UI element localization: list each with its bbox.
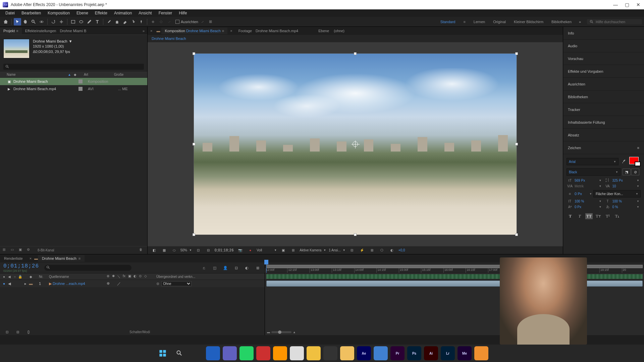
tab-footage[interactable]: Footage Drohne Miami Beach.mp4 [235, 27, 302, 34]
region-toggle-icon[interactable]: ⊟ [205, 247, 212, 254]
tab-composition[interactable]: Komposition Drohne Miami Beach ≡ [161, 27, 227, 34]
snapping-toggle[interactable]: Ausrichten [175, 20, 198, 24]
snap-grid-icon[interactable]: ⊞ [207, 18, 214, 25]
transform-handle[interactable] [354, 52, 357, 55]
vscale-value[interactable]: 100 % [575, 199, 598, 203]
switches-modes-label[interactable]: Schalter/Modi [129, 330, 150, 334]
transform-handle[interactable] [515, 233, 518, 236]
font-style-dropdown[interactable]: Black▼ [567, 168, 621, 176]
tracking-value[interactable]: 10 [612, 184, 636, 188]
project-item[interactable]: ▶Drohne Miami Beach.mp4AVI... ME [0, 85, 147, 93]
clone-tool[interactable] [113, 18, 121, 25]
panel-effekte-und-vorgaben[interactable]: Effekte und Vorgaben [563, 65, 644, 78]
brush-tool[interactable] [105, 18, 113, 25]
close-button[interactable]: ✕ [635, 2, 641, 8]
transform-handle[interactable] [515, 143, 518, 145]
workspace-kleiner bildschirm[interactable]: Kleiner Bildschirm [514, 20, 543, 24]
taskbar-app-red[interactable] [256, 346, 270, 360]
taskbar-windows-start[interactable] [156, 346, 170, 360]
zoom-in-icon[interactable]: ▲ [293, 330, 296, 334]
transform-handle[interactable] [193, 143, 195, 145]
taskbar-widgets[interactable] [206, 346, 220, 360]
baseline-value[interactable]: 0 Px [575, 205, 598, 209]
motion-blur-icon[interactable]: ◐ [243, 264, 251, 272]
timeline-timecode[interactable]: 0;01;18;26 [3, 263, 39, 269]
tab-render-queue[interactable]: Renderliste [0, 255, 27, 262]
project-list[interactable]: ▣Drohne Miami BeachKomposition▶Drohne Mi… [0, 78, 147, 246]
tab-layer[interactable]: Ebene (ohne) [315, 27, 348, 34]
transform-handle[interactable] [193, 52, 195, 55]
taskbar-after-effects[interactable]: Ae [357, 346, 371, 360]
pixel-aspect-icon[interactable]: ⊟ [348, 247, 356, 254]
shy-icon[interactable]: 👤 [222, 264, 229, 272]
exposure-reset-icon[interactable]: ◐ [388, 247, 396, 254]
stroke-color-swatch[interactable] [635, 162, 641, 166]
workspace-standard[interactable]: Standard [440, 20, 455, 24]
snap-options-icon[interactable]: ⟋ [199, 18, 206, 25]
label-column-icon[interactable]: ◆ [74, 73, 76, 76]
new-folder-icon[interactable]: ▭ [11, 248, 16, 253]
workspace-menu-icon[interactable]: ≡ [463, 20, 465, 24]
taskbar-search[interactable] [172, 346, 186, 360]
draft-3d-icon[interactable]: ◫ [211, 264, 218, 272]
timeline-sync-icon[interactable]: ⊞ [368, 247, 376, 254]
roi-icon[interactable]: ▣ [279, 247, 287, 254]
taskbar-app-orange[interactable] [474, 346, 488, 360]
transform-handle[interactable] [193, 233, 195, 236]
tab-project[interactable]: Projekt ≡ [0, 27, 22, 34]
anchor-point-icon[interactable] [353, 141, 358, 147]
tab-close-icon[interactable]: × [27, 256, 34, 260]
puppet-tool[interactable] [138, 18, 145, 25]
menu-datei[interactable]: Datei [2, 10, 18, 16]
fast-preview-icon[interactable]: ⚡ [358, 247, 366, 254]
workspace-lernen[interactable]: Lernen [474, 20, 485, 24]
menu-ebene[interactable]: Ebene [73, 10, 92, 16]
views-dropdown[interactable]: 1 Ansi... ▼ [329, 248, 345, 252]
canvas[interactable] [194, 53, 517, 235]
home-button[interactable] [2, 18, 9, 25]
project-item[interactable]: ▣Drohne Miami BeachKomposition [0, 78, 147, 85]
zoom-out-icon[interactable]: ▬ [267, 330, 270, 334]
panel-menu-icon[interactable]: ≡ [637, 146, 639, 150]
alpha-toggle-icon[interactable]: ◧ [150, 247, 158, 254]
workspace-original[interactable]: Original [493, 20, 506, 24]
taskbar-app-white[interactable] [290, 346, 304, 360]
swap-colors-icon[interactable]: ⬔ [623, 169, 631, 175]
exposure-value[interactable]: +0,0 [398, 248, 405, 252]
selection-tool[interactable] [14, 18, 21, 25]
panel-bibliotheken[interactable]: Bibliotheken [563, 90, 644, 103]
grid-icon[interactable]: ⊞ [289, 247, 297, 254]
zoom-slider[interactable] [271, 331, 291, 333]
timeline-track-area[interactable]: 12:00f12:15f13:00f13:15f14:00f14:15f15:0… [265, 262, 644, 335]
pen-tool[interactable] [86, 18, 93, 25]
menu-effekte[interactable]: Effekte [92, 10, 111, 16]
taskbar-task-view[interactable] [189, 346, 203, 360]
interpret-footage-icon[interactable]: ⊞ [3, 248, 8, 253]
stroke-width-value[interactable]: 0 Px [575, 192, 588, 196]
tab-close-icon[interactable]: × [148, 29, 155, 33]
maximize-button[interactable]: ▢ [624, 2, 630, 8]
menu-hilfe[interactable]: Hilfe [175, 10, 190, 16]
taskbar-lightroom[interactable]: Lr [441, 346, 455, 360]
kerning-value[interactable]: Metrik [575, 184, 598, 188]
toggle-modes-icon[interactable]: ⊟ [14, 328, 21, 336]
help-search-input[interactable] [596, 20, 639, 24]
taskbar-whatsapp[interactable] [239, 346, 254, 360]
playhead[interactable] [266, 262, 267, 273]
tsume-value[interactable]: 0 % [612, 205, 636, 209]
all-caps-button[interactable]: TT [585, 213, 593, 219]
taskbar-illustrator[interactable]: Ai [424, 346, 438, 360]
track-row[interactable] [265, 280, 644, 287]
menu-komposition[interactable]: Komposition [44, 10, 73, 16]
workspace-overflow-icon[interactable]: » [576, 18, 584, 25]
trash-icon[interactable]: 🗑 [139, 248, 145, 253]
playhead-head-icon[interactable] [264, 260, 268, 264]
timeline-layer-row[interactable]: ●◀▸▬ 1 ▶ Drohne ...each.mp4 ⊕／ ⊚ Ohne [0, 280, 265, 287]
resolution-dropdown[interactable]: Voll ▼ [257, 248, 277, 252]
graph-editor-icon[interactable]: ⊞ [254, 264, 261, 272]
stroke-style-dropdown[interactable]: Fläche über Kon...▼ [593, 190, 641, 197]
panel-overflow-icon[interactable]: » [140, 29, 147, 33]
help-search[interactable] [587, 19, 642, 24]
taskbar-app-yellow[interactable] [307, 346, 321, 360]
taskbar-app-blue[interactable] [374, 346, 388, 360]
